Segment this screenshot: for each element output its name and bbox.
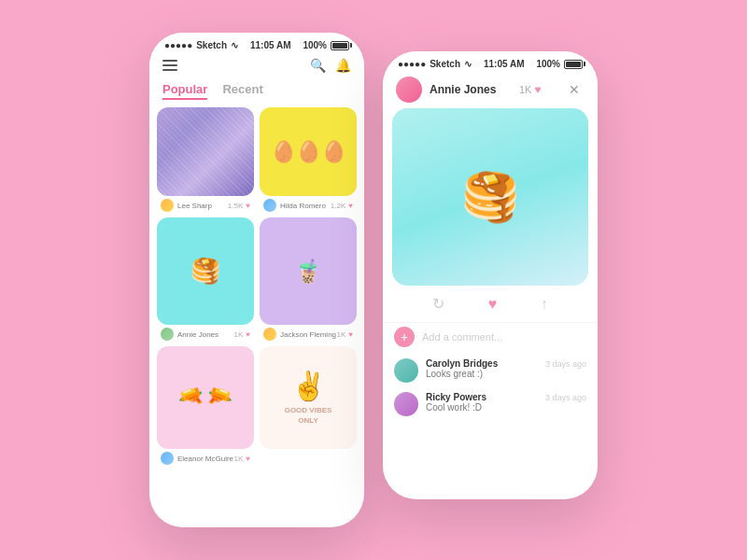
gun-emoji-2: 🔫 xyxy=(204,382,235,413)
avatar-carolyn xyxy=(394,358,418,383)
guns-visual: 🔫 🔫 xyxy=(178,385,233,410)
count-value-eggs: 1.2K xyxy=(331,202,345,210)
heart-icon-pancakes: ♥ xyxy=(246,330,250,339)
grid-item-peace[interactable]: ✌️ GOOD VIBESONLY xyxy=(260,346,357,465)
add-comment-avatar: + xyxy=(394,327,415,347)
phones-container: ●●●●● Sketch ∿ 11:05 AM 100% 🔍 🔔 xyxy=(131,14,616,546)
wifi-icon: ∿ xyxy=(231,40,238,50)
grid-item-milkshake[interactable]: 🧋 Jackson Fleming 1K ♥ xyxy=(260,217,357,341)
count-pancakes: 1K ♥ xyxy=(233,330,250,339)
detail-post-count: 1K xyxy=(519,84,531,95)
post-meta-guns: Eleanor McGuire 1K ♥ xyxy=(157,449,254,465)
comment-input[interactable]: Add a comment... xyxy=(422,331,502,343)
detail-pancake-emoji: 🥞 xyxy=(461,170,519,224)
add-icon: + xyxy=(401,329,408,344)
tabs-row: Popular Recent xyxy=(149,78,364,107)
time-display-right: 11:05 AM xyxy=(484,59,525,69)
close-button[interactable]: ✕ xyxy=(564,79,585,100)
heart-icon-milkshake: ♥ xyxy=(348,330,353,339)
hamburger-line-1 xyxy=(162,60,177,62)
detail-count-area: 1K ♥ xyxy=(519,83,542,96)
comment-text-1: Looks great :) xyxy=(426,369,538,379)
eggs-emoji: 🥚🥚🥚 xyxy=(271,140,346,164)
glitter-thumb xyxy=(157,107,254,196)
count-value-milkshake: 1K xyxy=(336,330,345,339)
username-jackson: Jackson Fleming xyxy=(280,330,336,339)
heart-icon-eggs: ♥ xyxy=(348,202,353,210)
gun-emoji-1: 🔫 xyxy=(175,382,206,413)
count-value-glitter: 1.5K xyxy=(228,202,243,210)
heart-icon-glitter: ♥ xyxy=(246,202,250,210)
count-glitter: 1.5K ♥ xyxy=(228,202,250,210)
right-phone: ●●●●● Sketch ∿ 11:05 AM 100% Annie Jones… xyxy=(383,51,598,499)
wifi-icon-right: ∿ xyxy=(464,59,472,69)
search-icon[interactable]: 🔍 xyxy=(310,58,326,73)
action-bar: ↻ ♥ ↑ xyxy=(383,286,598,322)
battery-percent-right: 100% xyxy=(536,59,560,69)
username-annie: Annie Jones xyxy=(177,330,218,339)
peace-thumb: ✌️ GOOD VIBESONLY xyxy=(260,346,357,449)
nav-bar: 🔍 🔔 xyxy=(149,54,364,78)
username-lee-sharp: Lee Sharp xyxy=(177,202,212,210)
battery-area-right: 100% xyxy=(536,59,583,69)
avatar-hilda xyxy=(263,199,276,212)
post-user-glitter: Lee Sharp xyxy=(161,199,212,212)
share-icon[interactable]: ↑ xyxy=(541,296,548,313)
post-user-eleanor: Eleanor McGuire xyxy=(161,452,233,465)
heart-icon-guns: ♥ xyxy=(246,455,250,463)
pancake-emoji: 🥞 xyxy=(190,257,220,286)
status-signal: ●●●●● Sketch ∿ xyxy=(164,40,238,50)
comment-input-row: + Add a comment... xyxy=(383,322,598,355)
post-meta-milkshake: Jackson Fleming 1K ♥ xyxy=(260,325,357,341)
avatar-eleanor xyxy=(161,452,174,465)
grid-item-eggs[interactable]: 🥚🥚🥚 Hilda Romero 1.2K ♥ xyxy=(260,107,357,212)
count-value-guns: 1K xyxy=(233,455,243,463)
peace-text: GOOD VIBESONLY xyxy=(285,406,332,426)
post-user-annie: Annie Jones xyxy=(161,328,218,341)
hamburger-menu[interactable] xyxy=(162,60,177,71)
avatar-annie xyxy=(161,328,174,341)
app-name-right: Sketch xyxy=(430,59,460,69)
heart-action-icon[interactable]: ♥ xyxy=(488,296,498,313)
status-bar-right-phone: ●●●●● Sketch ∿ 11:05 AM 100% xyxy=(383,51,598,73)
eggs-thumb: 🥚🥚🥚 xyxy=(260,107,357,196)
guns-thumb: 🔫 🔫 xyxy=(157,346,254,449)
comment-time-2: 3 days ago xyxy=(545,393,586,416)
grid-item-pancakes[interactable]: 🥞 Annie Jones 1K ♥ xyxy=(157,217,254,341)
avatar-jackson xyxy=(263,328,276,341)
status-bar-left-phone: ●●●●● Sketch ∿ 11:05 AM 100% xyxy=(149,33,364,54)
comment-time-1: 3 days ago xyxy=(545,359,586,383)
hamburger-line-2 xyxy=(162,64,177,66)
status-signal-right: ●●●●● Sketch ∿ xyxy=(398,59,472,69)
comment-body-1: Carolyn Bridges Looks great :) xyxy=(426,358,538,383)
grid-item-guns[interactable]: 🔫 🔫 Eleanor McGuire 1K ♥ xyxy=(157,346,254,465)
photo-grid: Lee Sharp 1.5K ♥ 🥚🥚🥚 Hilda Romero xyxy=(149,107,364,465)
detail-image: 🥞 xyxy=(392,108,588,286)
username-eleanor: Eleanor McGuire xyxy=(177,455,233,463)
detail-heart-icon: ♥ xyxy=(534,83,541,96)
detail-username: Annie Jones xyxy=(430,83,496,96)
tab-recent[interactable]: Recent xyxy=(222,82,262,100)
hamburger-line-3 xyxy=(162,69,177,71)
battery-icon-right xyxy=(564,60,583,69)
refresh-icon[interactable]: ↻ xyxy=(432,295,444,313)
battery-area: 100% xyxy=(303,40,349,50)
avatar-lee-sharp xyxy=(161,199,174,212)
battery-percent: 100% xyxy=(303,40,327,50)
battery-fill-right xyxy=(566,62,581,67)
battery-icon xyxy=(331,41,349,50)
time-display: 11:05 AM xyxy=(250,40,291,50)
signal-dots: ●●●●● xyxy=(164,40,192,50)
post-meta-glitter: Lee Sharp 1.5K ♥ xyxy=(157,196,254,212)
post-meta-eggs: Hilda Romero 1.2K ♥ xyxy=(260,196,357,212)
comment-item-2: Ricky Powers Cool work! :D 3 days ago xyxy=(394,392,586,416)
detail-user-info: Annie Jones xyxy=(396,77,496,103)
bell-icon[interactable]: 🔔 xyxy=(335,58,351,73)
tab-popular[interactable]: Popular xyxy=(162,82,207,100)
avatar-ricky xyxy=(394,392,418,416)
post-user-jackson: Jackson Fleming xyxy=(263,328,336,341)
avatar-annie-detail xyxy=(396,77,422,103)
commenter-name-1: Carolyn Bridges xyxy=(426,358,538,369)
count-value-pancakes: 1K xyxy=(233,330,243,339)
grid-item-glitter[interactable]: Lee Sharp 1.5K ♥ xyxy=(157,107,254,212)
